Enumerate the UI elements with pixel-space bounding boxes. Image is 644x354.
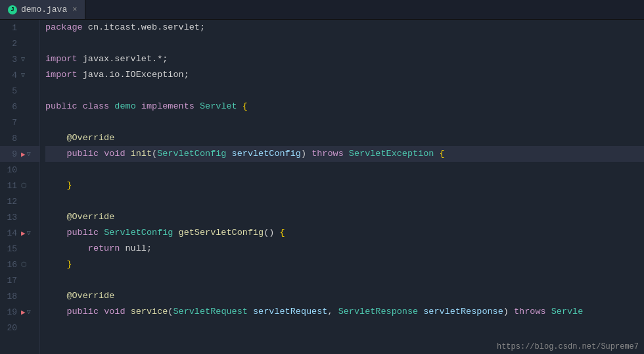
brace-token: } (66, 257, 72, 272)
line-number: 2 (0, 39, 21, 49)
tab-close-button[interactable]: × (72, 5, 77, 14)
code-line: public void init(ServletConfig servletCo… (45, 146, 644, 162)
kw-token: public (66, 146, 99, 162)
plain-token (344, 146, 349, 162)
gutter-row: 11⬡ (0, 178, 39, 193)
code-line: @Override (45, 209, 644, 225)
kw-token: public (45, 99, 78, 114)
gutter-row: 7 (0, 114, 39, 130)
gutter-row: 20 (0, 320, 39, 336)
line-number: 19 (0, 307, 21, 317)
annotation-token: @Override (66, 130, 114, 146)
line-number: 8 (0, 134, 21, 143)
plain-token: java.io.IOException; (78, 67, 189, 83)
plain-token (248, 304, 253, 320)
gutter-row: 10 (0, 162, 39, 178)
plain-token: ) (503, 304, 514, 320)
code-line (45, 83, 644, 99)
plain-token (99, 225, 104, 241)
method-token: service (131, 304, 168, 320)
code-line: } (45, 257, 644, 272)
tab-demo-java[interactable]: J demo.java × (0, 0, 85, 19)
throws-kw-token: throws (514, 304, 546, 320)
type-token: ServletResponse (338, 304, 419, 320)
brace-token: } (66, 178, 72, 193)
line-number: 15 (0, 244, 21, 254)
brace-token: { (280, 225, 285, 241)
plain-token (45, 288, 66, 304)
gutter-row: 14▶▽ (0, 225, 39, 241)
line-number: 11 (0, 181, 21, 191)
line-icons: ▶▽ (21, 308, 39, 316)
plain-token (45, 146, 66, 162)
gutter-row: 5 (0, 83, 39, 99)
plain-token (45, 178, 66, 193)
method-token: init (131, 146, 152, 162)
line-icons: ▽ (21, 55, 39, 63)
code-line: @Override (45, 130, 644, 146)
gutter-row: 16⬡ (0, 257, 39, 272)
code-line (45, 272, 644, 288)
code-area[interactable]: package cn.itcast.web.servlet;import jav… (40, 20, 644, 354)
gutter-row: 3▽ (0, 51, 39, 67)
brace-token: { (242, 99, 248, 114)
fold-icon[interactable]: ▽ (21, 55, 25, 63)
code-line: public class demo implements Servlet { (45, 99, 644, 114)
line-number: 17 (0, 276, 21, 286)
kw-token: import (45, 67, 78, 83)
code-line (45, 320, 644, 336)
line-number: 10 (0, 165, 21, 175)
code-line (45, 162, 644, 178)
type-token: ServletConfig (157, 146, 226, 162)
kw-token: void (104, 304, 125, 320)
statusbar: https://blog.csdn.net/Supreme7 (497, 341, 639, 351)
fold-icon[interactable]: ▽ (27, 308, 31, 316)
plain-token (418, 304, 423, 320)
code-line: @Override (45, 288, 644, 304)
fold-icon[interactable]: ▽ (27, 150, 31, 158)
plain-token: ) (301, 146, 311, 162)
tab-label: demo.java (21, 5, 67, 14)
plain-token (109, 99, 114, 114)
line-number: 6 (0, 102, 21, 112)
run-icon[interactable]: ▶ (21, 308, 26, 316)
plain-token (126, 146, 131, 162)
plain-token (45, 130, 66, 146)
line-icons: ▶▽ (21, 229, 39, 238)
gutter-row: 19▶▽ (0, 304, 39, 320)
brace-token: { (440, 146, 445, 162)
gutter-row: 6 (0, 99, 39, 114)
plain-token (226, 146, 231, 162)
gutter-row: 15 (0, 241, 39, 257)
code-line (45, 114, 644, 130)
plain-token: , (327, 304, 338, 320)
editor: 123▽4▽56789▶▽1011⬡121314▶▽1516⬡171819▶▽2… (0, 20, 644, 354)
plain-token (546, 304, 551, 320)
plain-token (45, 304, 66, 320)
code-line: import javax.servlet.*; (45, 51, 644, 67)
plain-token: null; (120, 241, 152, 257)
code-line: package cn.itcast.web.servlet; (45, 20, 644, 36)
plain-token (45, 225, 66, 241)
plain-token (45, 241, 88, 257)
run-icon[interactable]: ▶ (21, 229, 26, 238)
bookmark-icon[interactable]: ⬡ (21, 261, 27, 268)
line-icons: ⬡ (21, 261, 39, 268)
line-number: 4 (0, 70, 21, 80)
editor-container: J demo.java × 123▽4▽56789▶▽1011⬡121314▶▽… (0, 0, 644, 354)
code-line: return null; (45, 241, 644, 257)
gutter-row: 2 (0, 36, 39, 51)
fold-icon[interactable]: ▽ (27, 229, 31, 237)
line-number: 1 (0, 23, 21, 33)
method-token: getServletConfig (179, 225, 264, 241)
kw-token: import (45, 51, 78, 67)
fold-icon[interactable]: ▽ (21, 71, 25, 79)
plain-token: ( (152, 146, 157, 162)
gutter: 123▽4▽56789▶▽1011⬡121314▶▽1516⬡171819▶▽2… (0, 20, 40, 354)
run-icon[interactable]: ▶ (21, 150, 26, 159)
kw-token: return (88, 241, 120, 257)
bookmark-icon[interactable]: ⬡ (21, 182, 27, 190)
plain-token: () (264, 225, 279, 241)
annotation-token: @Override (66, 288, 114, 304)
param-name-token: servletResponse (423, 304, 503, 320)
